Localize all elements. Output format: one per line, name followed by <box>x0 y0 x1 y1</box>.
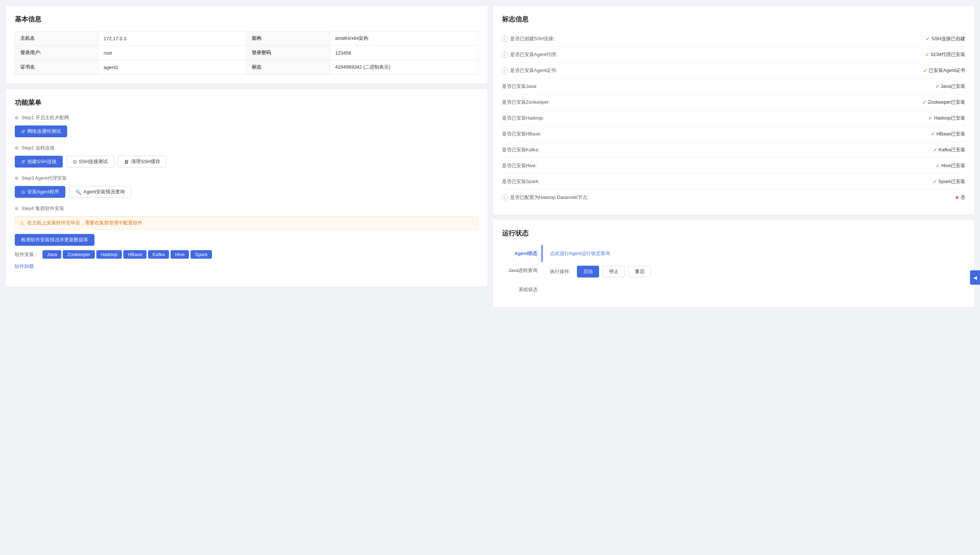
ops-label: 执行操作: <box>550 268 571 275</box>
left-column: 基本信息 主机名 172.17.0.3 架构 amd64/x64架构 登录用户:… <box>6 6 487 549</box>
basic-info-card: 基本信息 主机名 172.17.0.3 架构 amd64/x64架构 登录用户:… <box>6 6 487 83</box>
login-user-value: root <box>98 46 246 60</box>
java-process-tab[interactable]: Java进程查询 <box>502 262 542 279</box>
flag-item-ssh: i 是否已创建SSH连接: ✓ SSH连接已创建 <box>502 31 966 47</box>
runtime-title: 运行状态 <box>502 229 966 237</box>
start-button[interactable]: 启动 <box>577 266 599 278</box>
step1-dot <box>15 116 18 120</box>
table-row: 主机名 172.17.0.3 架构 amd64/x64架构 <box>15 31 478 46</box>
basic-info-title: 基本信息 <box>15 15 478 24</box>
login-pwd-label: 登录密码 <box>247 46 330 60</box>
flag-item-agent-cert: i 是否已安装Agent证书: ✓ 已安装Agent证书 <box>502 63 966 79</box>
detect-software-button[interactable]: 检测软件安装情况并更新数据库 <box>15 234 95 246</box>
flag-item-zookeeper: 是否已安装Zookeeper: ✓ Zookeeper已安装 <box>502 95 966 110</box>
info-icon4: i <box>502 194 508 201</box>
refresh-icon2: ↺ <box>21 159 25 165</box>
runtime-tabs: Agent状态 点此进行Agent运行状态查询 Java进程查询 执行操作: 启… <box>502 245 966 298</box>
flag-item-kafka: 是否已安装Kafka: ✓ Kafka已安装 <box>502 142 966 158</box>
step3-section: Step3 Agent代理安装 ⊙ 安装Agent程序 🔍 Agent安装情况查… <box>15 175 478 198</box>
flag-info-list: i 是否已创建SSH连接: ✓ SSH连接已创建 i 是否已安装Agent代理:… <box>502 31 966 205</box>
info-icon: i <box>502 36 508 42</box>
arch-value: amd64/x64架构 <box>330 31 478 46</box>
tab-java-process: Java进程查询 执行操作: 启动 停止 重启 <box>502 262 966 281</box>
right-edge-button[interactable]: ◀ <box>970 271 980 285</box>
step1-section: Step1 开启主机并配网 ↺ 网络连通性测试 <box>15 114 478 137</box>
step4-buttons: 检测软件安装情况并更新数据库 <box>15 234 478 246</box>
refresh-icon: ↺ <box>21 129 25 134</box>
check-icon4: ✓ <box>935 84 939 89</box>
stop-button[interactable]: 停止 <box>603 266 625 278</box>
flag-item-java: 是否已安装Java: ✓ Java已安装 <box>502 79 966 95</box>
step2-dot <box>15 146 18 150</box>
tab-system-status: 系统状态 <box>502 281 966 298</box>
right-column: 标志信息 i 是否已创建SSH连接: ✓ SSH连接已创建 i 是否已安装 <box>493 6 974 549</box>
flag-info-card: 标志信息 i 是否已创建SSH连接: ✓ SSH连接已创建 i 是否已安装 <box>493 6 974 214</box>
system-status-tab[interactable]: 系统状态 <box>502 281 542 298</box>
tag-kafka[interactable]: Kafka <box>148 250 169 259</box>
flag-item-hbase: 是否已安装HBase: ✓ HBase已安装 <box>502 126 966 142</box>
check-icon7: ✓ <box>931 132 935 137</box>
table-row: 证书名 agent1 标志 4294969342 (二进制表示) <box>15 60 478 75</box>
warning-text: 在主机上安装软件完毕后，需要在集群管理中配置软件 <box>27 220 143 226</box>
info-icon3: i <box>502 67 508 74</box>
search-icon: 🔍 <box>75 189 81 195</box>
software-install-label: 软件安装： <box>15 251 39 258</box>
agent-status-query-button[interactable]: 🔍 Agent安装情况查询 <box>69 186 131 198</box>
cert-value: agent1 <box>98 60 246 75</box>
step3-label: Step3 Agent代理安装 <box>15 175 478 181</box>
cert-label: 证书名 <box>15 60 99 75</box>
info-icon2: i <box>502 52 508 58</box>
tag-hive[interactable]: Hive <box>170 250 189 259</box>
create-ssh-button[interactable]: ↺ 创建SSH连接 <box>15 156 63 168</box>
tag-spark[interactable]: Spark <box>191 250 212 259</box>
uninstall-link[interactable]: 软件卸载 <box>15 263 34 270</box>
tag-zookeeper[interactable]: Zookeeper <box>63 250 95 259</box>
restart-button[interactable]: 重启 <box>629 266 651 278</box>
circle-icon: ⊙ <box>73 159 77 165</box>
flag-item-agent-proxy: i 是否已安装Agent代理: ✓ SCM代理已安装 <box>502 47 966 63</box>
step4-dot <box>15 207 18 210</box>
runtime-status-card: 运行状态 Agent状态 点此进行Agent运行状态查询 Java进程查询 <box>493 220 974 307</box>
step2-section: Step2 远程连接 ↺ 创建SSH连接 ⊙ SSH连接测试 🗑 清理SSH缓存 <box>15 144 478 168</box>
step1-buttons: ↺ 网络连通性测试 <box>15 125 478 137</box>
ssh-test-button[interactable]: ⊙ SSH连接测试 <box>66 156 114 168</box>
install-agent-button[interactable]: ⊙ 安装Agent程序 <box>15 186 65 198</box>
agent-status-tab[interactable]: Agent状态 <box>502 245 542 262</box>
flag-item-hive: 是否已安装Hive: ✓ Hive已安装 <box>502 158 966 174</box>
step3-buttons: ⊙ 安装Agent程序 🔍 Agent安装情况查询 <box>15 186 478 198</box>
check-icon2: ✓ <box>925 52 929 58</box>
flag-item-spark: 是否已安装Spark: ✓ Spark已安装 <box>502 174 966 190</box>
software-row: 软件安装： Java Zookeeper Hadoop HBase Kafka … <box>15 250 478 259</box>
basic-info-table: 主机名 172.17.0.3 架构 amd64/x64架构 登录用户: root… <box>15 31 478 75</box>
flag-item-datanode: i 是否已配置为Hadoop Datanode节点: ✕ 否 <box>502 190 966 205</box>
warning-icon: ⚠ <box>19 220 24 226</box>
hostname-value: 172.17.0.3 <box>98 31 246 46</box>
check-icon8: ✓ <box>933 147 937 153</box>
check-icon10: ✓ <box>933 179 937 184</box>
step4-section: Step4 集群软件安装 ⚠ 在主机上安装软件完毕后，需要在集群管理中配置软件 … <box>15 205 478 270</box>
cross-icon: ✕ <box>955 195 959 201</box>
table-row: 登录用户: root 登录密码 123456 <box>15 46 478 60</box>
step3-dot <box>15 176 18 180</box>
tab-agent-status: Agent状态 点此进行Agent运行状态查询 <box>502 245 966 262</box>
step4-label: Step4 集群软件安装 <box>15 205 478 212</box>
flag-item-hadoop: 是否已安装Hadoop: ✓ Hadoop已安装 <box>502 110 966 126</box>
function-menu-card: 功能菜单 Step1 开启主机并配网 ↺ 网络连通性测试 S <box>6 89 487 286</box>
step2-buttons: ↺ 创建SSH连接 ⊙ SSH连接测试 🗑 清理SSH缓存 <box>15 156 478 168</box>
tag-hadoop[interactable]: Hadoop <box>96 250 122 259</box>
clear-ssh-cache-button[interactable]: 🗑 清理SSH缓存 <box>118 156 167 168</box>
step1-label: Step1 开启主机并配网 <box>15 114 478 121</box>
check-icon: ✓ <box>926 36 930 42</box>
tag-hbase[interactable]: HBase <box>123 250 146 259</box>
check-icon9: ✓ <box>936 163 940 168</box>
check-icon5: ✓ <box>922 99 927 105</box>
flag-info-title: 标志信息 <box>502 15 966 24</box>
login-user-label: 登录用户: <box>15 46 99 60</box>
flag-label: 标志 <box>247 60 330 75</box>
network-test-button[interactable]: ↺ 网络连通性测试 <box>15 125 67 137</box>
trash-icon: 🗑 <box>124 159 129 165</box>
tag-java[interactable]: Java <box>42 250 61 259</box>
ops-row: 执行操作: 启动 停止 重启 <box>550 266 651 278</box>
function-menu-title: 功能菜单 <box>15 98 478 107</box>
agent-status-link[interactable]: 点此进行Agent运行状态查询 <box>550 250 611 257</box>
